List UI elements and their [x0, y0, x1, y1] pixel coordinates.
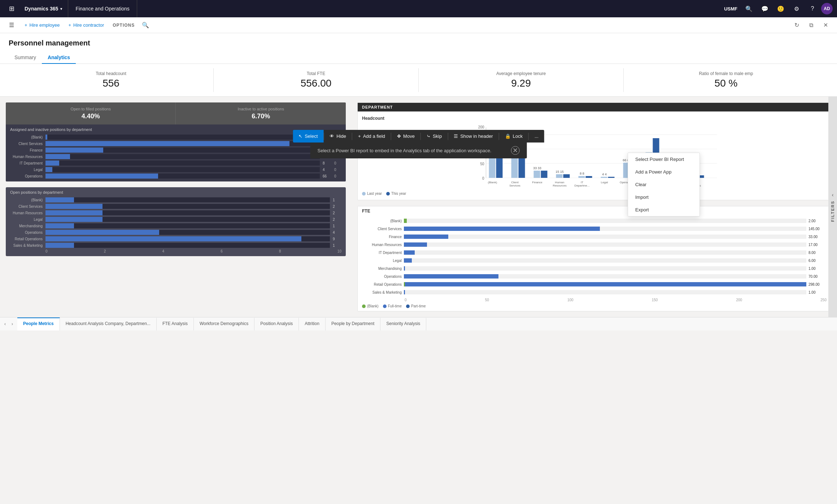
bar-row-legal: Legal 4 0	[10, 167, 341, 172]
svg-text:Human: Human	[555, 181, 564, 184]
notification-message: Select a Power BI report to embed in the…	[317, 148, 491, 153]
open-new-icon[interactable]: ⧉	[805, 19, 817, 31]
svg-text:Resources: Resources	[553, 184, 566, 187]
bar-row-client-services: Client Services 143 0	[10, 141, 341, 146]
open-filled-metric: Open to filled positions 4.40%	[6, 102, 176, 124]
bottom-tab-prev[interactable]: ‹	[1, 317, 9, 330]
refresh-icon[interactable]: ↻	[791, 19, 802, 31]
dynamics365-nav[interactable]: Dynamics 365 ▾	[19, 0, 68, 17]
bottom-tab-people-by-dept[interactable]: People by Department	[326, 317, 380, 330]
fte-legend: (Blank) Full-time Part-time	[362, 304, 827, 308]
stat-total-fte: Total FTE 556.00	[214, 68, 419, 92]
op-client: Client Services 2	[10, 204, 341, 209]
skip-toolbar-item[interactable]: ⤷ Skip	[421, 130, 448, 143]
legend-this-year-label: This year	[391, 192, 406, 196]
op-sales: Sales & Marketing 1	[10, 243, 341, 248]
dept-bar-chart: (Blank) 1 0 Client Services 143 0	[10, 135, 341, 179]
bottom-tab-seniority-analysis[interactable]: Seniority Analysis	[380, 317, 426, 330]
help-icon[interactable]: ?	[805, 0, 820, 17]
dropdown-select-powerbi[interactable]: Select Power BI Report	[628, 153, 699, 166]
action-bar-right: ↻ ⧉ ✕	[791, 19, 831, 31]
bar-row-hr: Human Resources 15 0	[10, 154, 341, 159]
bottom-tab-attrition[interactable]: Attrition	[299, 317, 326, 330]
settings-icon[interactable]: ⚙	[789, 0, 804, 17]
svg-rect-22	[578, 176, 585, 178]
svg-text:Legal: Legal	[601, 181, 608, 184]
svg-text:Client: Client	[511, 181, 519, 184]
filters-panel[interactable]: ‹ FILTERS	[828, 97, 837, 317]
svg-text:Departme...: Departme...	[575, 184, 590, 187]
tab-summary[interactable]: Summary	[9, 52, 42, 64]
filters-label: FILTERS	[831, 201, 835, 222]
company-code: USMF	[721, 6, 740, 12]
close-page-icon[interactable]: ✕	[820, 19, 831, 31]
bottom-tab-workforce-demographics[interactable]: Workforce Demographics	[194, 317, 254, 330]
notification-close-button[interactable]: ✕	[511, 146, 519, 155]
op-retail: Retail Operations 9	[10, 236, 341, 241]
svg-text:200: 200	[478, 125, 484, 129]
hire-employee-plus: +	[25, 22, 27, 28]
user-avatar[interactable]: AD	[821, 3, 833, 14]
fte-fulltime-dot	[383, 304, 387, 308]
hamburger-menu[interactable]: ☰	[6, 17, 17, 33]
bottom-tab-fte-analysis[interactable]: FTE Analysis	[157, 317, 194, 330]
select-icon: ↖	[298, 133, 302, 139]
page-title: Personnel management	[9, 39, 828, 47]
dropdown-add-powerapp[interactable]: Add a Power App	[628, 166, 699, 178]
svg-text:33 33: 33 33	[533, 166, 541, 170]
dropdown-import[interactable]: Import	[628, 191, 699, 203]
hide-toolbar-item[interactable]: 👁 Hide	[324, 130, 352, 143]
hire-employee-button[interactable]: + Hire employee	[20, 17, 64, 33]
hire-contractor-button[interactable]: + Hire contractor	[64, 17, 108, 33]
dynamics365-label: Dynamics 365	[25, 6, 58, 12]
svg-text:(Blank): (Blank)	[488, 181, 497, 184]
smiley-icon[interactable]: 🙂	[773, 0, 788, 17]
bottom-tab-people-metrics[interactable]: People Metrics	[17, 317, 60, 330]
filters-collapse-chevron[interactable]: ‹	[832, 192, 834, 198]
move-toolbar-item[interactable]: ✥ Move	[391, 130, 420, 143]
options-button[interactable]: OPTIONS	[108, 23, 139, 28]
showheader-toolbar-item[interactable]: ☰ Show in header	[448, 130, 498, 143]
fte-sales: Sales & Marketing 1.00	[362, 290, 827, 294]
svg-text:IT: IT	[581, 181, 583, 184]
legend-last-year-label: Last year	[367, 192, 382, 196]
bottom-tab-headcount-analysis[interactable]: Headcount Analysis Company, Departmen...	[60, 317, 157, 330]
stats-row: Total headcount 556 Total FTE 556.00 Ave…	[0, 64, 837, 97]
select-toolbar-item[interactable]: ↖ Select	[293, 130, 323, 143]
lock-icon: 🔒	[505, 133, 511, 139]
op-hr: Human Resources 2	[10, 210, 341, 215]
op-merch: Merchandising 1	[10, 223, 341, 228]
tab-analytics[interactable]: Analytics	[42, 52, 76, 64]
bottom-tab-position-analysis[interactable]: Position Analysis	[254, 317, 299, 330]
dropdown-export[interactable]: Export	[628, 203, 699, 216]
lock-toolbar-item[interactable]: 🔒 Lock	[499, 130, 528, 143]
assigned-inactive-title: Assigned and inactive positions by depar…	[10, 127, 341, 132]
page-tabs: Summary Analytics	[9, 52, 828, 63]
more-toolbar-item[interactable]: ...	[529, 130, 544, 143]
nav-right-section: USMF 🔍 💬 🙂 ⚙ ? AD	[721, 0, 833, 17]
fte-merch: Merchandising 1.00	[362, 266, 827, 271]
hide-icon: 👁	[330, 133, 334, 139]
fte-retail: Retail Operations 298.00	[362, 282, 827, 286]
bottom-tabs-nav: ‹ ›	[0, 317, 17, 330]
bottom-tabs-bar: ‹ › People Metrics Headcount Analysis Co…	[0, 317, 837, 330]
svg-rect-16	[533, 171, 540, 178]
open-positions-bar-chart: (Blank) 1 Client Services 2 Human Resour…	[10, 197, 341, 248]
headcount-legend: Last year This year	[362, 192, 827, 196]
dropdown-clear[interactable]: Clear	[628, 178, 699, 191]
dept-section-title: DEPARTMENT	[358, 103, 831, 111]
bottom-tab-next[interactable]: ›	[9, 317, 16, 330]
fte-blank-dot	[362, 304, 366, 308]
svg-text:15 15: 15 15	[555, 170, 564, 174]
toolbar-bar: ↖ Select 👁 Hide + Add a field ✥ Move	[293, 130, 544, 143]
dynamics365-chevron: ▾	[60, 7, 62, 11]
hire-contractor-plus: +	[68, 22, 71, 28]
waffle-icon[interactable]: ⊞	[4, 0, 19, 17]
fte-parttime-dot	[406, 304, 410, 308]
search-nav-icon[interactable]: 🔍	[742, 0, 756, 17]
addfield-toolbar-item[interactable]: + Add a field	[352, 130, 391, 143]
op-operations: Operations 4	[10, 230, 341, 235]
fte-hr: Human Resources 17.00	[362, 242, 827, 247]
search-bar-icon[interactable]: 🔍	[142, 22, 149, 29]
chat-icon[interactable]: 💬	[758, 0, 772, 17]
